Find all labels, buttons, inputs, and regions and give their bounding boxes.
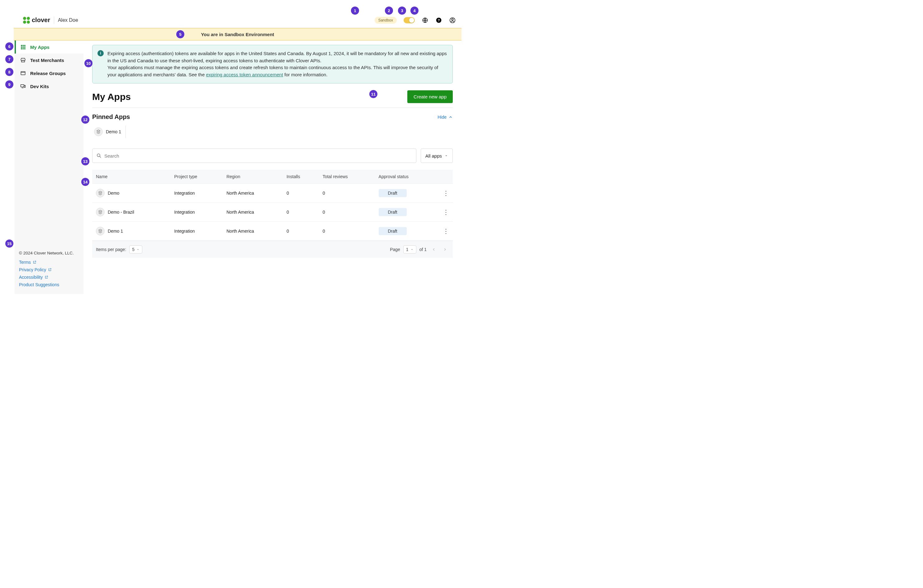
svg-rect-13 [24,48,26,49]
pinned-apps-row: Demo 1 [92,125,453,138]
svg-rect-14 [21,72,25,75]
hide-toggle[interactable]: Hide [437,115,453,120]
svg-rect-15 [21,85,24,87]
reviews-cell: 0 [319,184,375,203]
footer-link-suggestions[interactable]: Product Suggestions [19,281,79,288]
table-row[interactable]: DemoIntegrationNorth America00Draft⋮ [92,184,453,203]
info-icon: i [97,50,104,56]
region-cell: North America [223,222,283,241]
username-label: Alex Doe [58,18,78,23]
footer-link-terms[interactable]: Terms [19,258,79,266]
environment-toggle[interactable] [404,17,415,23]
installs-cell: 0 [283,184,319,203]
svg-rect-10 [24,47,26,48]
window-icon [20,71,26,76]
app-name: Demo - Brazil [108,210,134,215]
sidebar-item-label: Release Groups [30,71,66,76]
caret-down-icon [444,154,448,158]
sidebar-item-my-apps[interactable]: My Apps [15,41,84,54]
column-header-reviews[interactable]: Total reviews [319,170,375,184]
svg-text:?: ? [437,18,440,22]
sidebar-nav: My Apps Test Merchants Release Groups De… [15,41,84,247]
items-per-page-select[interactable]: 5 [129,245,142,253]
page-label: Page [390,247,400,252]
environment-banner: You are in Sandbox Environment [14,28,462,41]
profile-icon[interactable] [449,17,456,24]
topbar-right: Sandbox ? [374,17,456,24]
external-link-icon [33,260,36,264]
annotation-9: 9 [5,80,13,89]
table-row[interactable]: Demo - BrazilIntegrationNorth America00D… [92,203,453,222]
svg-point-4 [452,18,453,20]
annotation-7: 7 [5,55,13,63]
create-new-app-button[interactable]: Create new app [407,90,453,103]
brand-logo[interactable]: clover [23,16,50,24]
installs-cell: 0 [283,203,319,222]
footer-link-label: Product Suggestions [19,282,59,287]
svg-point-17 [97,154,100,157]
apps-table: Name Project type Region Installs Total … [92,170,453,241]
items-per-page-label: Items per page: [96,247,126,252]
chevron-up-icon [448,115,453,119]
search-icon [96,153,102,159]
row-menu-button[interactable]: ⋮ [439,184,453,203]
external-link-icon [48,268,52,271]
row-menu-button[interactable]: ⋮ [439,222,453,241]
chevron-right-icon [443,247,447,251]
annotation-12: 12 [81,115,89,124]
info-link[interactable]: expiring access token announcement [206,72,283,77]
filter-label: All apps [425,153,442,159]
search-box[interactable] [92,149,416,163]
footer-link-accessibility[interactable]: Accessibility [19,273,79,281]
chevron-left-icon [432,247,436,251]
region-cell: North America [223,203,283,222]
sidebar-item-dev-kits[interactable]: Dev Kits [15,80,84,93]
annotation-11: 11 [370,90,378,98]
sidebar-item-test-merchants[interactable]: Test Merchants [15,54,84,67]
pinned-apps-heading: Pinned Apps [92,113,130,120]
annotation-13: 13 [81,157,89,165]
annotation-3: 3 [398,7,406,15]
project-type-cell: Integration [170,222,223,241]
sidebar-item-release-groups[interactable]: Release Groups [15,67,84,80]
filter-dropdown[interactable]: All apps [421,149,453,163]
footer-link-label: Privacy Policy [19,267,46,272]
annotation-4: 4 [411,7,419,15]
svg-rect-6 [23,45,24,46]
column-header-name[interactable]: Name [92,170,170,184]
sidebar: My Apps Test Merchants Release Groups De… [14,41,84,294]
storefront-icon [20,57,26,63]
reviews-cell: 0 [319,203,375,222]
row-menu-button[interactable]: ⋮ [439,203,453,222]
prev-page-button[interactable] [430,245,438,253]
annotation-8: 8 [5,68,13,76]
stack-icon [96,189,105,197]
brand-name: clover [32,16,50,24]
svg-rect-7 [24,45,26,46]
column-header-project-type[interactable]: Project type [170,170,223,184]
footer-link-label: Terms [19,260,31,265]
grid-icon [20,44,26,50]
globe-icon[interactable] [422,17,429,24]
status-badge: Draft [379,208,407,216]
column-header-region[interactable]: Region [223,170,283,184]
page-select[interactable]: 1 [403,245,416,253]
pinned-app-item[interactable]: Demo 1 [92,125,126,138]
status-badge: Draft [379,189,407,197]
column-header-status[interactable]: Approval status [375,170,439,184]
column-header-installs[interactable]: Installs [283,170,319,184]
table-row[interactable]: Demo 1IntegrationNorth America00Draft⋮ [92,222,453,241]
svg-rect-8 [21,47,22,48]
hide-label: Hide [437,115,447,120]
footer-link-privacy[interactable]: Privacy Policy [19,266,79,273]
next-page-button[interactable] [441,245,449,253]
svg-rect-5 [21,45,22,46]
sidebar-item-label: Dev Kits [30,84,49,89]
help-icon[interactable]: ? [435,17,442,24]
search-input[interactable] [102,153,412,159]
annotation-10: 10 [84,59,92,67]
sandbox-pill: Sandbox [374,17,397,24]
topbar: clover Alex Doe Sandbox ? [14,12,462,28]
stack-icon [96,208,105,217]
caret-down-icon [136,248,140,251]
